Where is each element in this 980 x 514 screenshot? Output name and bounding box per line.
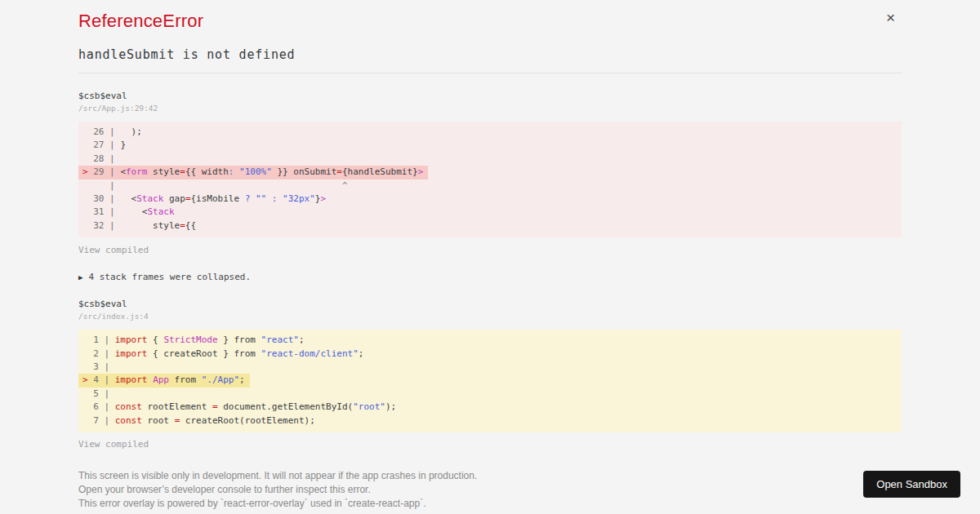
code-line: 5 | xyxy=(78,388,902,401)
error-title: ReferenceError xyxy=(78,11,902,32)
frame-function-name: $csb$eval xyxy=(78,299,902,309)
code-line: 3 | xyxy=(78,361,902,374)
close-icon[interactable]: × xyxy=(886,10,895,25)
code-line: | ^ xyxy=(78,179,902,193)
error-overlay: × ReferenceError handleSubmit is not def… xyxy=(0,0,980,511)
collapsed-frames-toggle[interactable]: ▶4 stack frames were collapsed. xyxy=(78,272,251,282)
triangle-right-icon: ▶ xyxy=(78,273,82,281)
footer-notes: This screen is visible only in developme… xyxy=(78,469,902,511)
footer-note-dev-only: This screen is visible only in developme… xyxy=(78,469,902,483)
open-sandbox-button[interactable]: Open Sandbox xyxy=(863,471,960,498)
footer-note-console: Open your browser’s developer console to… xyxy=(78,483,902,497)
code-line: 2 | import { createRoot } from "react-do… xyxy=(78,348,902,361)
code-line: 26 | ); xyxy=(78,126,902,139)
divider xyxy=(78,73,902,73)
stack-frame-app: $csb$eval /src/App.js:29:42 26 | ); 27 |… xyxy=(78,91,902,255)
code-line: 1 | import { StrictMode } from "react"; xyxy=(78,334,902,347)
view-compiled-link[interactable]: View compiled xyxy=(78,245,149,255)
code-line: 7 | const root = createRoot(rootElement)… xyxy=(78,414,902,428)
view-compiled-link[interactable]: View compiled xyxy=(78,439,149,450)
collapsed-frames-label: 4 stack frames were collapsed. xyxy=(88,272,251,282)
code-line: 28 | xyxy=(78,153,902,166)
frame-file-path: /src/App.js:29:42 xyxy=(78,104,902,113)
code-line: 27 | } xyxy=(78,139,902,152)
footer-note-powered-by: This error overlay is powered by `react-… xyxy=(78,497,902,511)
code-line: 30 | <Stack gap={isMobile ? "" : "32px"}… xyxy=(78,193,902,206)
frame-file-path: /src/index.js:4 xyxy=(78,312,902,321)
error-message: handleSubmit is not defined xyxy=(78,47,902,62)
code-frame-app: 26 | ); 27 | } 28 | > 29 | <form style={… xyxy=(78,122,902,237)
code-line: 32 | style={{ xyxy=(78,219,902,233)
code-line: > 29 | <form style={{ width: "100%" }} o… xyxy=(78,166,902,179)
code-line: 6 | const rootElement = document.getElem… xyxy=(78,401,902,414)
code-line: > 4 | import App from "./App"; xyxy=(78,374,902,387)
code-line: 31 | <Stack xyxy=(78,206,902,219)
stack-frame-index: $csb$eval /src/index.js:4 1 | import { S… xyxy=(78,299,902,450)
frame-function-name: $csb$eval xyxy=(78,91,902,101)
code-frame-index: 1 | import { StrictMode } from "react"; … xyxy=(78,330,902,432)
